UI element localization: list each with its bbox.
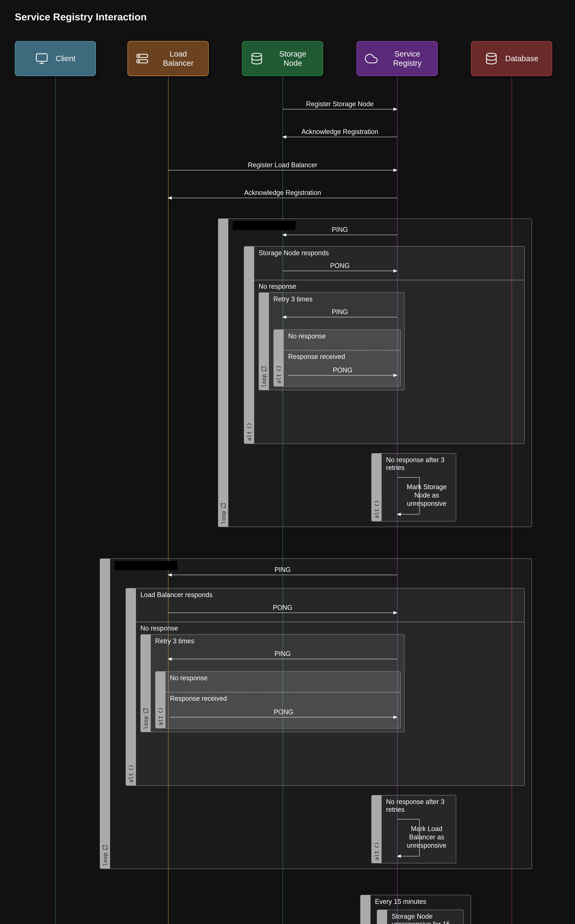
alt-icon xyxy=(276,366,282,371)
actor-client-top: Client xyxy=(15,41,96,76)
cond-no-response4: No response xyxy=(170,674,208,682)
alt-divider xyxy=(284,350,400,351)
loop-icon xyxy=(261,366,267,372)
svg-point-7 xyxy=(252,53,262,57)
arrow-right-icon xyxy=(168,170,397,170)
block-tab-alt: alt xyxy=(372,453,381,521)
actor-label: Load Balancer xyxy=(156,49,200,68)
alt-icon xyxy=(374,842,380,848)
arrow-right-icon xyxy=(283,271,397,271)
msg-label: PING xyxy=(275,650,291,658)
keyword-alt: alt xyxy=(373,509,380,518)
block-tab-alt: alt xyxy=(126,588,136,786)
cond-response-received: Response received xyxy=(288,353,345,361)
actor-label: Database xyxy=(505,54,538,63)
msg-label: Acknowledge Registration xyxy=(244,189,321,197)
arrow-left-icon xyxy=(168,575,397,575)
keyword-alt: alt xyxy=(373,851,380,860)
cond-retry3: Retry 3 times xyxy=(273,295,313,303)
msg-pong-sn: PONG xyxy=(283,262,397,271)
arrow-left-icon xyxy=(283,317,397,317)
block-tab-loop: loop xyxy=(100,559,110,868)
loop-icon xyxy=(143,708,149,714)
keyword-alt: alt xyxy=(157,716,164,725)
block-tab-loop: loop xyxy=(218,219,228,527)
actor-label: Storage Node xyxy=(271,49,315,68)
block-tab-alt: alt xyxy=(274,330,284,386)
sequence-diagram: Client Load Balancer Storage Node Servic… xyxy=(15,41,560,924)
msg-ping-sn: PING xyxy=(283,226,397,235)
msg-pong-retry-sn: PONG xyxy=(288,366,397,375)
msg-label: PONG xyxy=(273,604,292,612)
block-tab-alt: alt xyxy=(244,247,254,444)
database-icon xyxy=(485,52,498,65)
block-alt-remove-sn: alt Storage Node unresponsive for 15 min… xyxy=(377,910,464,924)
arrow-left-icon xyxy=(283,235,397,235)
actor-label: Service Registry xyxy=(385,49,429,68)
lifeline-client xyxy=(56,76,56,924)
keyword-loop: loop xyxy=(261,374,267,387)
msg-label: PONG xyxy=(274,708,293,716)
cond-noresp3-lb: No response after 3 retries xyxy=(386,798,453,813)
msg-ack-reg-sn: Acknowledge Registration xyxy=(283,128,397,137)
svg-point-6 xyxy=(138,61,140,62)
loop-icon xyxy=(220,503,226,509)
servers-icon xyxy=(136,52,149,65)
arrow-left-icon xyxy=(168,659,397,659)
self-arrow xyxy=(397,514,419,514)
block-tab-loop: loop xyxy=(141,635,151,732)
page-title: Service Registry Interaction xyxy=(15,11,560,22)
actor-sr-top: Service Registry xyxy=(356,41,438,76)
alt-icon xyxy=(157,708,164,713)
cloud-icon xyxy=(365,52,378,65)
cond-noresp3: No response after 3 retries xyxy=(386,456,453,472)
msg-ping-retry-lb: PING xyxy=(168,650,397,659)
msg-pong-retry-lb: PONG xyxy=(170,708,397,717)
msg-label: PING xyxy=(332,308,348,316)
actor-lb-top: Load Balancer xyxy=(127,41,209,76)
msg-ack-reg-lb: Acknowledge Registration xyxy=(168,189,397,198)
keyword-alt: alt xyxy=(128,773,134,783)
msg-pong-lb: PONG xyxy=(168,604,397,613)
cond-every15: Every 15 minutes xyxy=(375,898,426,905)
database-icon xyxy=(250,52,263,65)
msg-label: PONG xyxy=(333,366,353,374)
alt-divider xyxy=(254,280,524,280)
block-tab-loop: loop xyxy=(361,895,370,924)
monitor-icon xyxy=(35,52,48,65)
loop-icon xyxy=(102,844,108,851)
actor-db-top: Database xyxy=(471,41,552,76)
keyword-alt: alt xyxy=(276,374,282,384)
arrow-left-icon xyxy=(168,198,397,198)
self-label: Mark Load Balancer as unresponsive xyxy=(405,825,449,849)
cond-no-response3: No response xyxy=(140,625,178,632)
block-tab-alt: alt xyxy=(156,671,165,728)
msg-ping-lb: PING xyxy=(168,566,397,575)
msg-label: Acknowledge Registration xyxy=(302,128,378,136)
keyword-alt: alt xyxy=(246,431,253,441)
msg-label: PING xyxy=(275,566,291,574)
self-arrow xyxy=(397,856,419,856)
self-label: Mark Storage Node as unresponsive xyxy=(405,483,449,507)
arrow-left-icon xyxy=(283,137,397,137)
cond-sn-unresp15: Storage Node unresponsive for 15 minutes xyxy=(392,913,462,924)
block-tab-alt: alt xyxy=(372,795,381,863)
alt-icon xyxy=(374,501,380,506)
cond-lb-responds: Load Balancer responds xyxy=(140,591,213,599)
alt-icon xyxy=(246,423,252,429)
block-tab-loop: loop xyxy=(259,293,269,390)
svg-point-5 xyxy=(138,56,140,57)
msg-label: Register Load Balancer xyxy=(248,161,317,169)
cond-retry3-lb: Retry 3 times xyxy=(155,637,194,645)
msg-label: PONG xyxy=(330,262,349,270)
actor-sn-top: Storage Node xyxy=(242,41,323,76)
msg-register-sn: Register Storage Node xyxy=(283,100,397,110)
cond-no-response2: No response xyxy=(288,332,326,340)
block-alt-retry-result-lb: alt No response Response received xyxy=(155,671,401,728)
svg-point-8 xyxy=(486,53,496,57)
msg-register-lb: Register Load Balancer xyxy=(168,161,397,170)
keyword-loop: loop xyxy=(220,511,227,524)
self-line xyxy=(397,477,419,477)
msg-label: PING xyxy=(332,226,348,234)
cond-response-received2: Response received xyxy=(170,695,227,703)
